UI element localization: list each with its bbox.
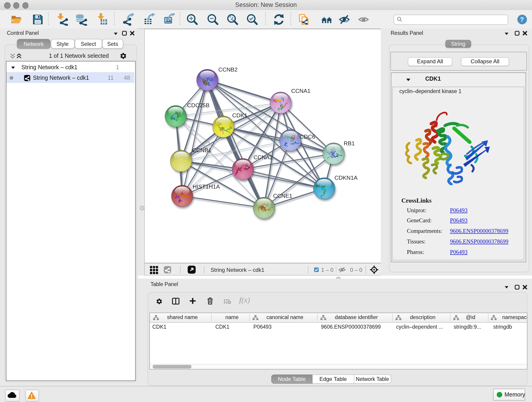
svg-text:CDKN1A: CDKN1A [334, 174, 357, 181]
svg-text:CCNB1: CCNB1 [192, 147, 211, 153]
svg-text:CDC25B: CDC25B [187, 102, 209, 108]
svg-text:CDC6: CDC6 [299, 133, 315, 140]
svg-text:RB1: RB1 [343, 140, 355, 146]
svg-text:CDK1: CDK1 [232, 112, 247, 118]
svg-text:CCNA2: CCNA2 [253, 154, 272, 160]
svg-text:CCNE1: CCNE1 [273, 192, 292, 199]
svg-text:HIST1H1A: HIST1H1A [192, 183, 220, 190]
svg-text:CCNA1: CCNA1 [291, 88, 310, 94]
svg-text:CCNB2: CCNB2 [218, 66, 237, 72]
